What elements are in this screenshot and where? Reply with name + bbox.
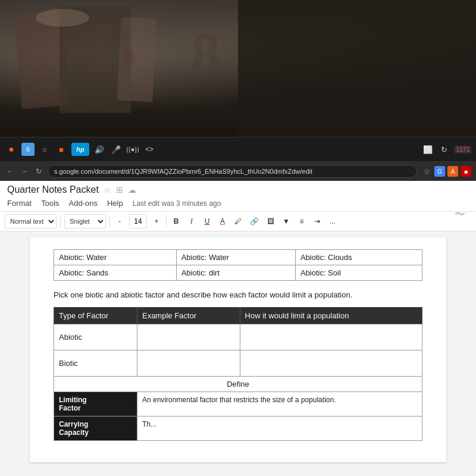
table-cell: Abiotic: dirt xyxy=(176,265,295,281)
bookmark-star-icon[interactable]: ☆ xyxy=(423,167,431,176)
forward-button[interactable]: → xyxy=(19,167,30,176)
abiotic-table: Abiotic: Water Abiotic: Water Abiotic: C… xyxy=(54,249,422,281)
code-brackets-icon[interactable]: <> xyxy=(143,143,156,156)
taskbar: ● 6 ○ ■ hp 🔊 🎤 ((●)) <> ⬜ ↻ 1171 xyxy=(0,137,476,162)
cell-abiotic-label: Abiotic xyxy=(54,324,137,350)
carrying-capacity-definition: Th... xyxy=(137,416,422,440)
toolbar-separator-1 xyxy=(60,215,61,227)
instruction-paragraph: Pick one biotic and abiotic factor and d… xyxy=(54,289,422,301)
monitor-taskbar-icon[interactable]: ⬜ xyxy=(421,143,434,156)
hp-logo-icon[interactable]: hp xyxy=(71,143,89,156)
doc-title: Quarter Notes Packet xyxy=(7,184,99,195)
table-row: Abiotic: Sands Abiotic: dirt Abiotic: So… xyxy=(54,265,422,281)
doc-content[interactable]: Abiotic: Water Abiotic: Water Abiotic: C… xyxy=(0,231,476,476)
docs-header: Quarter Notes Packet ☆ ⊞ ☁ Format Tools … xyxy=(0,181,476,212)
menu-addons[interactable]: Add-ons xyxy=(69,198,98,209)
link-button[interactable]: 🔗 xyxy=(248,214,261,228)
menu-tools[interactable]: Tools xyxy=(41,198,59,209)
last-edit-status: Last edit was 3 minutes ago xyxy=(133,199,221,208)
more-button[interactable]: ... xyxy=(327,214,339,228)
taskbar-tab-6[interactable]: 6 xyxy=(21,143,35,156)
font-color-button[interactable]: A xyxy=(217,214,228,228)
cell-abiotic-example xyxy=(137,324,240,350)
notification-badge: 1171 xyxy=(455,146,471,154)
url-bar[interactable]: s.google.com/document/d/1QJR9WfAQZZioPbm… xyxy=(48,165,417,178)
define-row: Define xyxy=(54,376,422,392)
docs-toolbar: Normal text Sniglet - + B I U A 🖊 🔗 🖼 ▼ … xyxy=(0,212,476,231)
scroll-indicator-icon: 〜 xyxy=(455,212,465,221)
col-header-how: How it would limit a population xyxy=(240,307,422,324)
limiting-factor-definition: An environmental factor that restricts t… xyxy=(137,392,422,416)
cell-biotic-label: Biotic xyxy=(54,350,137,376)
folder-icon[interactable]: ⊞ xyxy=(116,185,123,195)
star-favorite-icon[interactable]: ☆ xyxy=(104,185,111,195)
table-cell: Abiotic: Clouds xyxy=(295,250,422,265)
col-header-example: Example Factor xyxy=(137,307,240,324)
extension-icon-2[interactable]: A xyxy=(447,166,458,177)
table-cell: Abiotic: Water xyxy=(176,250,295,265)
table-row: Abiotic: Water Abiotic: Water Abiotic: C… xyxy=(54,250,422,265)
taskbar-icon-orange[interactable]: ● xyxy=(5,143,18,156)
table-row-biotic: Biotic xyxy=(54,350,422,376)
font-family-select[interactable]: Sniglet xyxy=(64,214,106,228)
docs-menu: Format Tools Add-ons Help Last edit was … xyxy=(7,198,469,209)
cell-biotic-how xyxy=(240,350,422,376)
menu-format[interactable]: Format xyxy=(7,198,32,209)
cell-abiotic-how xyxy=(240,324,422,350)
table-row-abiotic: Abiotic xyxy=(54,324,422,350)
radio-wave-icon[interactable]: ((●)) xyxy=(126,143,139,156)
italic-button[interactable]: I xyxy=(186,214,198,228)
extension-icon-1[interactable]: G xyxy=(434,166,445,177)
highlight-button[interactable]: 🖊 xyxy=(232,214,244,228)
menu-help[interactable]: Help xyxy=(107,198,123,209)
cell-biotic-example xyxy=(137,350,240,376)
limiting-factor-row: Limiting Factor An environmental factor … xyxy=(54,392,422,416)
reload-button[interactable]: ↻ xyxy=(33,167,44,176)
table-cell: Abiotic: Water xyxy=(54,250,177,265)
paragraph-style-select[interactable]: Normal text xyxy=(5,214,57,228)
limiting-factor-term: Limiting Factor xyxy=(54,392,137,416)
indent-button[interactable]: ⇥ xyxy=(311,214,323,228)
extension-icon-3[interactable]: ■ xyxy=(461,166,471,177)
toolbar-separator-2 xyxy=(109,215,110,227)
image-button[interactable]: 🖼 xyxy=(265,214,277,228)
col-header-type: Type of Factor xyxy=(54,307,137,324)
align-button[interactable]: ▼ xyxy=(280,214,292,228)
mic-icon[interactable]: 🎤 xyxy=(109,143,123,156)
toolbar-separator-3 xyxy=(166,215,167,227)
underline-button[interactable]: U xyxy=(201,214,213,228)
back-button[interactable]: ← xyxy=(5,167,15,176)
doc-page: Abiotic: Water Abiotic: Water Abiotic: C… xyxy=(30,237,446,462)
carrying-capacity-row: CarryingCapacity Th... xyxy=(54,416,422,440)
address-bar-row: ← → ↻ s.google.com/document/d/1QJR9WfAQZ… xyxy=(0,162,476,181)
refresh-taskbar-icon[interactable]: ↻ xyxy=(438,143,451,156)
table-cell: Abiotic: Sands xyxy=(54,265,177,281)
carrying-capacity-term: CarryingCapacity xyxy=(54,416,137,440)
font-size-input[interactable] xyxy=(129,214,147,228)
list-button[interactable]: ≡ xyxy=(296,214,308,228)
font-size-minus-button[interactable]: - xyxy=(114,214,126,228)
bold-button[interactable]: B xyxy=(170,214,182,228)
taskbar-circle[interactable]: ○ xyxy=(38,143,51,156)
docs-area: Quarter Notes Packet ☆ ⊞ ☁ Format Tools … xyxy=(0,181,476,476)
table-header-row: Type of Factor Example Factor How it wou… xyxy=(54,307,422,324)
font-size-plus-button[interactable]: + xyxy=(151,214,162,228)
taskbar-orange-square[interactable]: ■ xyxy=(55,143,68,156)
cloud-icon[interactable]: ☁ xyxy=(128,185,136,195)
define-label: Define xyxy=(54,376,422,392)
factor-table: Type of Factor Example Factor How it wou… xyxy=(54,307,422,441)
photo-background: B 8 xyxy=(0,0,476,137)
volume-icon[interactable]: 🔊 xyxy=(93,143,106,156)
table-cell: Abiotic: Soil xyxy=(295,265,422,281)
